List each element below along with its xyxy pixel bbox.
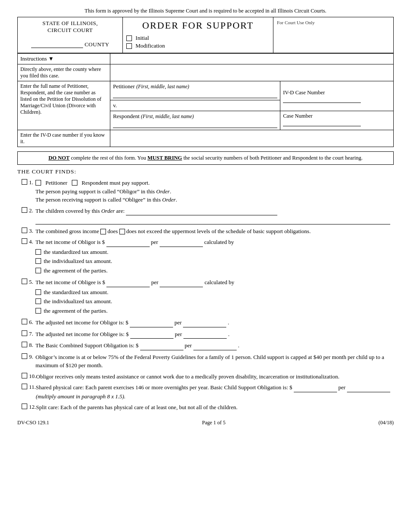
finding-5-sub2: the individualized tax amount. xyxy=(35,297,394,306)
finding-2-num-label: 2. xyxy=(29,207,33,214)
finding-6-checkbox[interactable] xyxy=(22,319,27,324)
per-label-6: per xyxy=(174,319,183,326)
finding-5-sub1-checkbox[interactable] xyxy=(35,289,41,295)
finding-4-sub1-checkbox[interactable] xyxy=(35,249,41,255)
doesnot-checkbox[interactable] xyxy=(119,229,125,234)
finding-3-text1: The combined gross income xyxy=(35,228,100,234)
finding-8-text: The Basic Combined Support Obligation is… xyxy=(35,342,140,349)
initial-checkbox[interactable] xyxy=(126,35,132,41)
v-cell: v. xyxy=(110,100,280,111)
finding-num-5: 5. xyxy=(22,279,35,285)
instr-toggle-cell: Instructions ▼ xyxy=(18,54,110,64)
finding-6-text: The adjusted net income for Obligor is: xyxy=(35,319,125,326)
state-line2: CIRCUIT COURT xyxy=(21,27,119,34)
finding-4-sub1-label: the standardized tax amount. xyxy=(44,248,108,256)
finding-4-sub3-checkbox[interactable] xyxy=(35,268,41,273)
per-label-4: per xyxy=(151,239,160,245)
finding-12-content: Split care: Each of the parents has phys… xyxy=(36,403,394,412)
finding-10-content: Obligor receives only means tested assis… xyxy=(36,372,394,381)
header-table: STATE OF ILLINOIS, CIRCUIT COURT COUNTY … xyxy=(17,17,394,53)
finding-item-1: 1. Petitioner Respondent must pay suppor… xyxy=(22,179,394,204)
finding-num-3: 3. xyxy=(22,228,35,234)
finding-2-content: The children covered by this Order are: xyxy=(35,207,394,224)
modification-checkbox[interactable] xyxy=(126,43,132,49)
finding-4-text: The net income of Obligor is $ xyxy=(35,239,106,245)
finding-1-checkbox[interactable] xyxy=(22,179,27,185)
finding-num-7: 7. xyxy=(22,330,35,337)
finding-num-1: 1. xyxy=(22,179,35,186)
finding-2-field2 xyxy=(35,215,390,224)
modification-label: Modification xyxy=(135,42,165,49)
obligee-adj-per-field xyxy=(183,330,227,339)
ivd-case-cell: IV-D Case Number xyxy=(280,81,394,111)
finding-7-text: The adjusted net income for Obligee is: xyxy=(35,331,126,337)
finding-6-content: The adjusted net income for Obligor is: … xyxy=(35,318,394,327)
finding-10-text: Obligor receives only means tested assis… xyxy=(36,373,339,380)
finding-4-content: The net income of Obligor is $ per calcu… xyxy=(35,238,394,276)
court-use-cell: For Court Use Only xyxy=(273,17,393,53)
finding-2-checkbox[interactable] xyxy=(22,207,27,213)
shared-support-per-field xyxy=(347,383,390,392)
finding-4-sub2: the individualized tax amount. xyxy=(35,257,394,266)
instructions-toggle[interactable]: Instructions ▼ xyxy=(20,55,107,62)
basic-support-field xyxy=(140,341,183,350)
finding-1-line2: The person paying support is called “Obl… xyxy=(35,187,394,196)
finding-5-sub2-checkbox[interactable] xyxy=(35,298,41,304)
finding-1-line3: The person receiving support is called “… xyxy=(35,195,394,204)
instr-empty-top xyxy=(110,54,394,64)
state-cell: STATE OF ILLINOIS, CIRCUIT COURT COUNTY xyxy=(18,17,123,53)
finding-item-10: 10. Obligor receives only means tested a… xyxy=(22,372,394,381)
period-6: . xyxy=(228,319,229,326)
finding-num-4: 4. xyxy=(22,238,35,245)
order-cell: ORDER FOR SUPPORT Initial Modification xyxy=(123,17,273,53)
finding-1-content: Petitioner Respondent must pay support. … xyxy=(35,179,394,204)
calc-label-4: calculated by xyxy=(204,239,234,245)
modification-row: Modification xyxy=(126,42,270,49)
respondent-pays-checkbox[interactable] xyxy=(72,180,77,186)
petitioner-line xyxy=(113,91,277,98)
obligee-per-field xyxy=(160,278,203,287)
does-checkbox[interactable] xyxy=(100,229,106,234)
instr3-text: Enter the IV-D case number if you know i… xyxy=(20,132,105,144)
petitioner-pays-label: Petitioner xyxy=(45,179,67,187)
initial-label: Initial xyxy=(135,35,149,42)
finding-4-sub2-checkbox[interactable] xyxy=(35,258,41,264)
county-label: COUNTY xyxy=(84,41,109,48)
order-title: ORDER FOR SUPPORT xyxy=(126,20,270,31)
petitioner-label: Petitioner xyxy=(113,83,135,90)
shared-support-field xyxy=(294,383,337,392)
finding-5-sub1: the standardized tax amount. xyxy=(35,288,394,297)
top-notice: This form is approved by the Illinois Su… xyxy=(17,8,394,14)
finding-6-num-label: 6. xyxy=(29,319,33,326)
period-7: . xyxy=(228,331,229,337)
petitioner-pays-checkbox[interactable] xyxy=(35,180,41,186)
finding-5-text: The net income of Obligee is $ xyxy=(35,279,106,285)
date-code: (04/18) xyxy=(379,420,394,426)
finding-item-2: 2. The children covered by this Order ar… xyxy=(22,207,394,224)
finding-8-checkbox[interactable] xyxy=(22,342,27,347)
case-number-field xyxy=(283,119,361,126)
warning-text-part1: complete the rest of this form. You xyxy=(71,155,148,161)
finding-11-checkbox[interactable] xyxy=(22,384,27,389)
finding-5-sub3: the agreement of the parties. xyxy=(35,307,394,315)
finding-12-checkbox[interactable] xyxy=(22,404,27,409)
finding-9-checkbox[interactable] xyxy=(22,353,27,359)
finding-3-checkbox[interactable] xyxy=(22,228,27,233)
warning-must: MUST BRING xyxy=(148,155,182,161)
instr-county-text: Directly above, enter the county where y… xyxy=(18,64,110,81)
finding-4-sub1: the standardized tax amount. xyxy=(35,248,394,256)
finding-1-num-label: 1. xyxy=(29,179,33,186)
finding-8-num-label: 8. xyxy=(29,342,33,349)
footer: DV-CSO 129.1 Page 1 of 5 (04/18) xyxy=(17,420,394,426)
instr-names-text: Enter the full name of Petitioner, Respo… xyxy=(18,81,110,130)
finding-4-checkbox[interactable] xyxy=(22,238,27,244)
case-number-label: Case Number xyxy=(283,113,391,119)
findings-list: 1. Petitioner Respondent must pay suppor… xyxy=(22,179,394,412)
multiply-note: (multiply amount in paragraph 8 x 1.5). xyxy=(36,393,125,400)
finding-7-checkbox[interactable] xyxy=(22,330,27,336)
finding-5-content: The net income of Obligee is $ per calcu… xyxy=(35,278,394,316)
finding-5-checkbox[interactable] xyxy=(22,279,27,284)
finding-5-sub3-checkbox[interactable] xyxy=(35,308,41,314)
finding-10-checkbox[interactable] xyxy=(22,373,27,378)
finding-9-content: Obligor’s income is at or below 75% of t… xyxy=(35,353,394,370)
